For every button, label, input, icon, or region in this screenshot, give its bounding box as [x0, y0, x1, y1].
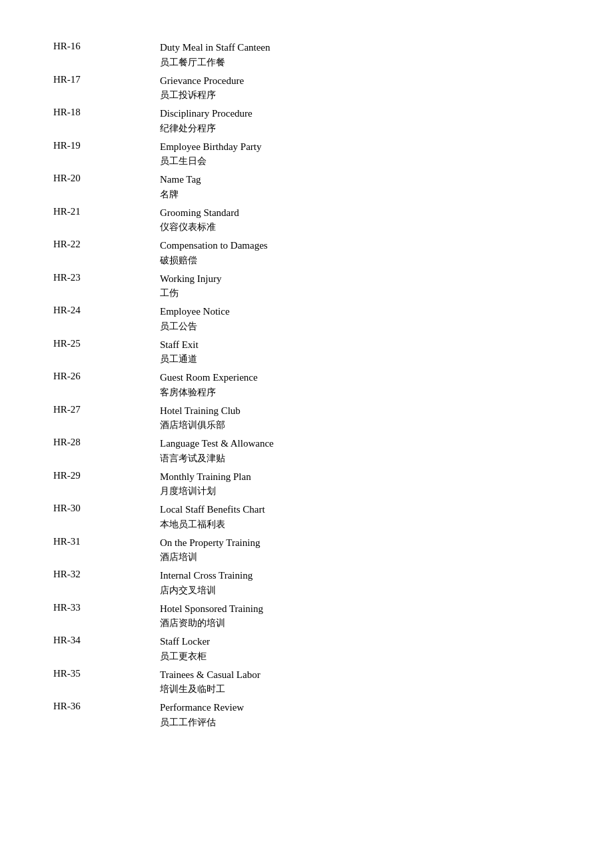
item-code: HR-34 [53, 634, 160, 646]
item-chinese: 员工投诉程序 [160, 88, 244, 102]
item-code: HR-30 [53, 502, 160, 514]
item-chinese: 酒店资助的培训 [160, 616, 263, 630]
item-text: Grooming Standard仪容仪表标准 [160, 205, 239, 235]
item-english: On the Property Training [160, 535, 260, 551]
item-chinese: 店内交叉培训 [160, 583, 253, 597]
item-chinese: 客房体验程序 [160, 385, 258, 399]
list-item: HR-34Staff Locker员工更衣柜 [53, 634, 560, 663]
item-text: Language Test & Allowance语言考试及津贴 [160, 436, 274, 465]
list-item: HR-19Employee Birthday Party员工生日会 [53, 139, 560, 169]
item-code: HR-25 [53, 337, 160, 349]
list-item: HR-24Employee Notice员工公告 [53, 304, 560, 333]
list-item: HR-25Staff Exit员工通道 [53, 337, 560, 367]
item-chinese: 本地员工福利表 [160, 517, 265, 531]
list-item: HR-36Performance Review员工工作评估 [53, 700, 560, 729]
list-item: HR-30Local Staff Benefits Chart本地员工福利表 [53, 502, 560, 531]
item-code: HR-36 [53, 700, 160, 712]
item-code: HR-29 [53, 469, 160, 481]
item-chinese: 语言考试及津贴 [160, 451, 274, 465]
item-english: Trainees & Casual Labor [160, 667, 261, 683]
item-code: HR-28 [53, 436, 160, 448]
item-chinese: 员工通道 [160, 352, 199, 366]
item-text: Internal Cross Training店内交叉培训 [160, 568, 253, 597]
list-item: HR-16Duty Meal in Staff Canteen员工餐厅工作餐 [53, 40, 560, 69]
item-english: Hotel Training Club [160, 403, 241, 419]
item-text: Performance Review员工工作评估 [160, 700, 244, 729]
item-code: HR-17 [53, 73, 160, 85]
item-code: HR-35 [53, 667, 160, 679]
item-english: Name Tag [160, 172, 201, 187]
item-chinese: 员工公告 [160, 319, 230, 333]
item-code: HR-27 [53, 403, 160, 415]
item-text: Guest Room Experience客房体验程序 [160, 370, 258, 399]
list-item: HR-22Compensation to Damages破损赔偿 [53, 238, 560, 267]
item-english: Grievance Procedure [160, 73, 244, 89]
item-text: Staff Locker员工更衣柜 [160, 634, 210, 663]
item-chinese: 酒店培训俱乐部 [160, 418, 241, 432]
item-chinese: 破损赔偿 [160, 253, 268, 267]
item-text: Staff Exit员工通道 [160, 337, 199, 367]
item-text: On the Property Training酒店培训 [160, 535, 260, 565]
list-item: HR-23Working Injury工伤 [53, 271, 560, 301]
item-english: Duty Meal in Staff Canteen [160, 40, 271, 55]
list-item: HR-33Hotel Sponsored Training酒店资助的培训 [53, 601, 560, 631]
item-english: Guest Room Experience [160, 370, 258, 385]
item-text: Employee Birthday Party员工生日会 [160, 139, 261, 169]
item-text: Trainees & Casual Labor培训生及临时工 [160, 667, 261, 697]
item-english: Hotel Sponsored Training [160, 601, 263, 617]
item-english: Working Injury [160, 271, 222, 287]
item-english: Disciplinary Procedure [160, 106, 253, 121]
item-text: Hotel Training Club酒店培训俱乐部 [160, 403, 241, 433]
item-code: HR-26 [53, 370, 160, 382]
item-english: Language Test & Allowance [160, 436, 274, 451]
item-english: Performance Review [160, 700, 244, 715]
item-english: Grooming Standard [160, 205, 239, 221]
item-text: Grievance Procedure员工投诉程序 [160, 73, 244, 103]
item-text: Compensation to Damages破损赔偿 [160, 238, 268, 267]
item-chinese: 员工工作评估 [160, 715, 244, 729]
item-chinese: 名牌 [160, 187, 201, 201]
item-text: Local Staff Benefits Chart本地员工福利表 [160, 502, 265, 531]
item-english: Internal Cross Training [160, 568, 253, 583]
item-english: Staff Exit [160, 337, 199, 353]
item-english: Compensation to Damages [160, 238, 268, 253]
item-chinese: 培训生及临时工 [160, 682, 261, 696]
list-item: HR-26Guest Room Experience客房体验程序 [53, 370, 560, 399]
list-item: HR-17Grievance Procedure员工投诉程序 [53, 73, 560, 103]
item-code: HR-32 [53, 568, 160, 580]
item-code: HR-24 [53, 304, 160, 316]
item-chinese: 月度培训计划 [160, 484, 251, 498]
item-text: Duty Meal in Staff Canteen员工餐厅工作餐 [160, 40, 271, 69]
list-item: HR-35Trainees & Casual Labor培训生及临时工 [53, 667, 560, 697]
item-code: HR-21 [53, 205, 160, 217]
list-item: HR-18Disciplinary Procedure纪律处分程序 [53, 106, 560, 135]
list-item: HR-28Language Test & Allowance语言考试及津贴 [53, 436, 560, 465]
list-item: HR-31On the Property Training酒店培训 [53, 535, 560, 565]
item-code: HR-22 [53, 238, 160, 250]
item-code: HR-33 [53, 601, 160, 613]
item-english: Employee Birthday Party [160, 139, 261, 155]
item-english: Local Staff Benefits Chart [160, 502, 265, 517]
list-item: HR-21Grooming Standard仪容仪表标准 [53, 205, 560, 235]
item-chinese: 员工更衣柜 [160, 649, 210, 663]
item-chinese: 员工餐厅工作餐 [160, 55, 271, 69]
item-english: Monthly Training Plan [160, 469, 251, 485]
item-text: Disciplinary Procedure纪律处分程序 [160, 106, 253, 135]
item-english: Employee Notice [160, 304, 230, 319]
item-chinese: 工伤 [160, 286, 222, 300]
item-text: Hotel Sponsored Training酒店资助的培训 [160, 601, 263, 631]
list-item: HR-20Name Tag名牌 [53, 172, 560, 201]
list-item: HR-29Monthly Training Plan月度培训计划 [53, 469, 560, 499]
item-text: Working Injury工伤 [160, 271, 222, 301]
list-item: HR-32Internal Cross Training店内交叉培训 [53, 568, 560, 597]
item-text: Employee Notice员工公告 [160, 304, 230, 333]
item-text: Monthly Training Plan月度培训计划 [160, 469, 251, 499]
item-code: HR-20 [53, 172, 160, 184]
item-code: HR-31 [53, 535, 160, 547]
item-chinese: 仪容仪表标准 [160, 220, 239, 234]
item-code: HR-18 [53, 106, 160, 118]
item-english: Staff Locker [160, 634, 210, 649]
item-chinese: 酒店培训 [160, 550, 260, 564]
item-chinese: 纪律处分程序 [160, 121, 253, 135]
item-chinese: 员工生日会 [160, 154, 261, 168]
